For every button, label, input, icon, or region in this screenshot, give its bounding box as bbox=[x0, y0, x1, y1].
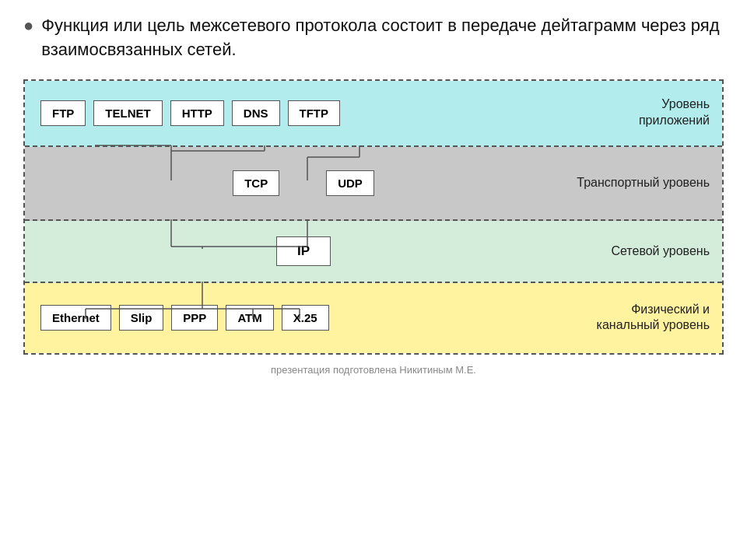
intro-text: Функция или цель межсетевого протокола с… bbox=[41, 14, 724, 62]
app-protocols: FTP TELNET HTTP DNS TFTP bbox=[40, 100, 707, 126]
layer-physical: Ethernet Slip PPP ATM X.25 Физический ик… bbox=[25, 283, 722, 353]
protocol-ip: IP bbox=[276, 236, 331, 266]
protocol-ppp: PPP bbox=[171, 305, 218, 331]
protocol-http: HTTP bbox=[170, 100, 224, 126]
layer-network: IP Сетевой уровень bbox=[25, 221, 722, 283]
diagram-wrapper: FTP TELNET HTTP DNS TFTP Уровеньприложен… bbox=[23, 79, 724, 355]
physical-layer-label: Физический иканальный уровень bbox=[597, 302, 710, 334]
protocol-dns: DNS bbox=[232, 100, 280, 126]
protocol-slip: Slip bbox=[119, 305, 164, 331]
protocol-tftp: TFTP bbox=[288, 100, 341, 126]
app-layer-label: Уровеньприложений bbox=[639, 96, 710, 129]
layer-application: FTP TELNET HTTP DNS TFTP Уровеньприложен… bbox=[25, 81, 722, 147]
footer: презентация подготовлена Никитиным М.Е. bbox=[271, 364, 476, 376]
protocol-atm: ATM bbox=[226, 305, 273, 331]
protocol-x25: X.25 bbox=[282, 305, 329, 331]
protocol-ethernet: Ethernet bbox=[40, 305, 111, 331]
protocol-telnet: TELNET bbox=[93, 100, 162, 126]
intro-section: ● Функция или цель межсетевого протокола… bbox=[23, 14, 724, 62]
bullet-point: ● bbox=[23, 16, 33, 36]
network-diagram: FTP TELNET HTTP DNS TFTP Уровеньприложен… bbox=[23, 79, 724, 355]
footer-text: презентация подготовлена Никитиным М.Е. bbox=[271, 364, 476, 376]
protocol-udp: UDP bbox=[326, 170, 374, 196]
protocol-tcp: TCP bbox=[233, 170, 279, 196]
layer-transport: TCP UDP Транспортный уровень bbox=[25, 147, 722, 221]
transport-layer-label: Транспортный уровень bbox=[577, 175, 710, 191]
protocol-ftp: FTP bbox=[40, 100, 86, 126]
network-layer-label: Сетевой уровень bbox=[611, 243, 710, 259]
network-protocols: IP bbox=[40, 236, 707, 266]
